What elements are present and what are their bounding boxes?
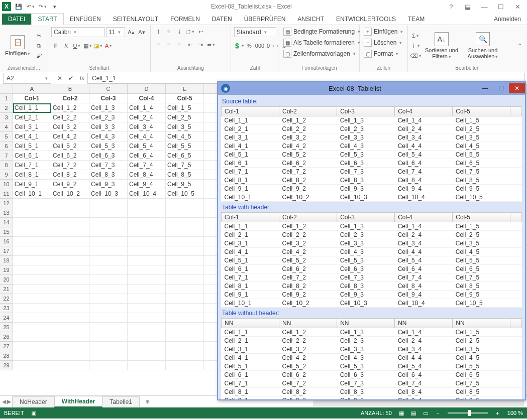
- find-select-button[interactable]: 🔍 Suchen und Auswählen: [463, 31, 502, 60]
- row-header[interactable]: 2: [0, 103, 13, 113]
- cell[interactable]: Cell_6_5: [166, 151, 204, 161]
- table-cell[interactable]: Cell_5_1: [222, 151, 279, 159]
- table-cell[interactable]: Cell_9_5: [453, 396, 510, 400]
- table-cell[interactable]: Cell_3_3: [337, 133, 395, 142]
- cell[interactable]: Cell_3_1: [13, 122, 51, 132]
- table-header-cell[interactable]: Col-2: [279, 107, 337, 116]
- cancel-entry-icon[interactable]: ✕: [54, 73, 65, 84]
- table-cell[interactable]: Cell_6_4: [395, 159, 453, 168]
- cell[interactable]: Cell_2_5: [166, 113, 204, 122]
- cell[interactable]: [89, 294, 128, 304]
- copy-icon[interactable]: ⧉: [34, 41, 43, 50]
- table-cell[interactable]: Cell_3_1: [222, 133, 279, 142]
- cell[interactable]: [128, 246, 166, 256]
- table-cell[interactable]: Cell_1_1: [222, 116, 279, 125]
- table-cell[interactable]: Cell_5_3: [337, 256, 395, 265]
- table-cell[interactable]: Cell_2_5: [453, 231, 510, 239]
- zoom-slider[interactable]: [448, 412, 488, 414]
- cell[interactable]: Cell_6_2: [51, 151, 89, 161]
- tab-team[interactable]: TEAM: [402, 14, 431, 25]
- table-cell[interactable]: Cell_6_4: [395, 371, 453, 379]
- table-cell[interactable]: Cell_6_2: [279, 265, 337, 273]
- cell[interactable]: [51, 313, 89, 323]
- tab-daten[interactable]: DATEN: [206, 14, 238, 25]
- decrease-font-icon[interactable]: A▾: [137, 28, 146, 37]
- cell[interactable]: [89, 351, 128, 361]
- cell[interactable]: Cell_3_4: [128, 122, 166, 132]
- table-cell[interactable]: Cell_7_4: [395, 168, 453, 176]
- table-cell[interactable]: Cell_9_5: [453, 291, 510, 299]
- table-cell[interactable]: Cell_5_2: [279, 362, 337, 371]
- table-cell[interactable]: Cell_4_4: [395, 354, 453, 362]
- cell[interactable]: [128, 218, 166, 227]
- align-center-icon[interactable]: ≡: [164, 40, 173, 49]
- increase-font-icon[interactable]: A▴: [127, 28, 136, 37]
- cell[interactable]: Cell_10_1: [13, 189, 51, 199]
- tab-formeln[interactable]: FORMELN: [164, 14, 206, 25]
- row-header[interactable]: 26: [0, 332, 13, 342]
- cell[interactable]: [128, 256, 166, 265]
- table-cell[interactable]: Cell_7_5: [453, 273, 510, 282]
- table-cell[interactable]: Cell_1_5: [453, 116, 510, 125]
- table-header-cell[interactable]: Col-5: [453, 213, 510, 222]
- row-header[interactable]: 4: [0, 122, 13, 132]
- cell[interactable]: [166, 265, 204, 275]
- sheet-nav-next-icon[interactable]: ▶: [7, 398, 11, 405]
- cell[interactable]: [13, 285, 51, 294]
- table-cell[interactable]: Cell_4_1: [222, 248, 279, 256]
- row-header[interactable]: 6: [0, 142, 13, 151]
- table-cell[interactable]: Cell_7_1: [222, 273, 279, 282]
- table-cell[interactable]: Cell_10_2: [279, 299, 337, 308]
- table-cell[interactable]: Cell_6_2: [279, 371, 337, 379]
- table-cell[interactable]: Cell_9_5: [453, 185, 510, 193]
- table-cell[interactable]: Cell_3_5: [453, 133, 510, 142]
- cell[interactable]: Cell_4_5: [166, 132, 204, 142]
- table-header-cell[interactable]: NN: [395, 319, 453, 328]
- table-cell[interactable]: Cell_4_1: [222, 354, 279, 362]
- table-cell[interactable]: Cell_5_2: [279, 151, 337, 159]
- maximize-button[interactable]: ☐: [493, 2, 508, 12]
- table-cell[interactable]: Cell_4_3: [337, 248, 395, 256]
- cell[interactable]: Cell_10_3: [89, 189, 128, 199]
- close-button[interactable]: ✕: [510, 2, 525, 12]
- cell[interactable]: [166, 294, 204, 304]
- cell[interactable]: [13, 294, 51, 304]
- cell[interactable]: [166, 285, 204, 294]
- table-cell[interactable]: Cell_4_5: [453, 354, 510, 362]
- table-cell[interactable]: Cell_2_1: [222, 231, 279, 239]
- table-cell[interactable]: Cell_1_3: [337, 116, 395, 125]
- cell[interactable]: [89, 285, 128, 294]
- align-left-icon[interactable]: ≡: [154, 40, 163, 49]
- cell[interactable]: [166, 256, 204, 265]
- cell[interactable]: [128, 313, 166, 323]
- cell[interactable]: [128, 304, 166, 313]
- table-cell[interactable]: Cell_10_5: [453, 299, 510, 308]
- table-cell[interactable]: Cell_2_3: [337, 231, 395, 239]
- table-cell[interactable]: Cell_2_1: [222, 337, 279, 345]
- table-cell[interactable]: Cell_3_3: [337, 345, 395, 354]
- cell[interactable]: [51, 227, 89, 237]
- cell[interactable]: [51, 304, 89, 313]
- table-cell[interactable]: Cell_5_5: [453, 256, 510, 265]
- table-cell[interactable]: Cell_8_4: [395, 388, 453, 396]
- increase-decimal-icon[interactable]: .0→: [266, 41, 275, 50]
- delete-cells-button[interactable]: －Löschen: [363, 38, 403, 47]
- table-cell[interactable]: Cell_8_2: [279, 282, 337, 291]
- sheet-tab-tabelle1[interactable]: Tabelle1: [102, 396, 140, 407]
- table-cell[interactable]: Cell_9_2: [279, 291, 337, 299]
- row-header[interactable]: 17: [0, 246, 13, 256]
- cell[interactable]: Cell_5_1: [13, 142, 51, 151]
- cell[interactable]: Cell_3_5: [166, 122, 204, 132]
- cell[interactable]: [89, 313, 128, 323]
- dialog-close-button[interactable]: ✕: [509, 83, 525, 93]
- cell[interactable]: [89, 199, 128, 208]
- table-cell[interactable]: Cell_6_3: [337, 371, 395, 379]
- cell[interactable]: Cell_2_3: [89, 113, 128, 122]
- table-cell[interactable]: Cell_3_4: [395, 239, 453, 248]
- table-cell[interactable]: Cell_7_1: [222, 168, 279, 176]
- table-cell[interactable]: Cell_1_2: [279, 328, 337, 337]
- with-header-table[interactable]: Col-1Col-2Col-3Col-4Col-5Cell_1_1Cell_1_…: [221, 212, 522, 308]
- cut-icon[interactable]: ✂: [34, 31, 43, 40]
- cell[interactable]: Cell_1_3: [89, 103, 128, 113]
- table-cell[interactable]: Cell_5_5: [453, 151, 510, 159]
